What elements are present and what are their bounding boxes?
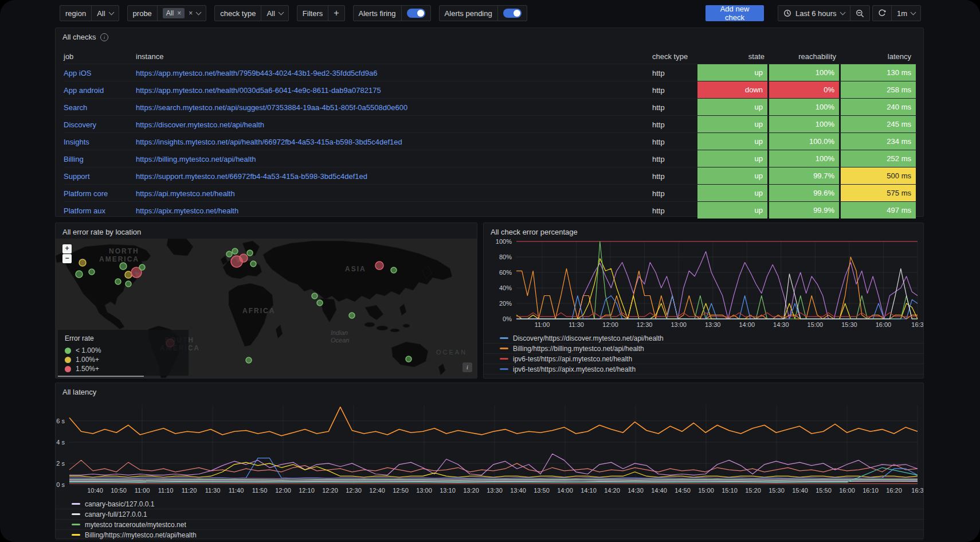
job-link[interactable]: Search	[64, 103, 136, 112]
table-row: App iOShttps://app.mytestco.net/health/7…	[64, 64, 916, 81]
region-dropdown[interactable]: All	[91, 6, 118, 21]
x-axis-label: 12:20	[322, 487, 338, 494]
instance-link[interactable]: https://billing.mytestco.net/api/health	[136, 155, 652, 163]
add-filter-button[interactable]: +	[328, 6, 344, 21]
latency-chart[interactable]: 0 s2 s4 s6 s10:4010:5011:0011:1011:2011:…	[56, 383, 923, 498]
job-link[interactable]: App android	[64, 86, 136, 95]
error-percentage-chart[interactable]: 0%20%40%60%80%100%11:0011:3012:0012:3013…	[484, 223, 923, 333]
instance-link[interactable]: https://app.mytestco.net/health/7959b443…	[136, 69, 652, 77]
info-icon[interactable]: i	[100, 33, 108, 41]
job-link[interactable]: Discovery	[64, 120, 136, 129]
clock-icon	[783, 9, 791, 17]
add-new-check-button[interactable]: Add new check	[705, 5, 764, 21]
map-data-point	[246, 357, 252, 363]
column-header[interactable]: check type	[652, 52, 697, 61]
x-axis-label: 15:40	[792, 487, 808, 494]
job-link[interactable]: App iOS	[64, 69, 136, 77]
legend-label: 1.50%+	[76, 365, 99, 373]
refresh-button[interactable]	[873, 6, 891, 21]
zoom-out-button[interactable]	[850, 6, 869, 21]
instance-link[interactable]: https://discover.mytestco.net/api/health	[136, 120, 652, 129]
x-axis-label: 11:00	[135, 487, 150, 494]
x-axis-label: 14:00	[739, 321, 755, 328]
legend-item[interactable]: canary-full/127.0.0.1	[56, 509, 923, 520]
y-axis-label: 20%	[499, 300, 512, 307]
x-axis-label: 14:20	[604, 487, 620, 494]
clear-icon[interactable]: ×	[189, 10, 193, 17]
x-axis-label: 16:3	[911, 321, 923, 328]
x-axis-label: 14:30	[628, 487, 644, 494]
check-type-dropdown[interactable]: All	[261, 6, 288, 21]
job-link[interactable]: Support	[64, 172, 136, 181]
job-link[interactable]: Platform core	[64, 189, 136, 198]
legend-dash-icon	[500, 337, 508, 339]
legend-item[interactable]: Billing/https://billing.mytestco.net/api…	[484, 344, 923, 354]
alerts-pending-control: Alerts pending	[439, 5, 527, 21]
state-cell: down	[697, 81, 767, 98]
alerts-firing-toggle[interactable]	[401, 6, 430, 21]
x-axis-label: 16:00	[876, 321, 892, 328]
chip-close-icon[interactable]: ×	[177, 10, 181, 17]
refresh-icon	[878, 9, 886, 17]
x-axis-label: 16:10	[863, 487, 879, 494]
chevron-down-icon	[840, 9, 845, 15]
column-header[interactable]: state	[697, 52, 769, 61]
job-link[interactable]: Insights	[64, 138, 136, 146]
latency-cell: 497 ms	[841, 202, 916, 219]
series-canary-basic/127.0.0.1	[69, 480, 918, 481]
instance-link[interactable]: https://apix.mytestco.net/health	[136, 206, 652, 215]
legend-item[interactable]: ipv6-test/https://apix.mytestco.net/heal…	[484, 364, 923, 375]
x-axis-label: 12:00	[602, 321, 618, 328]
series-canary-full/127.0.0.1	[69, 481, 918, 482]
screenshot-frame: region All probe All× × check type All F…	[0, 0, 980, 542]
x-axis-label: 11:20	[182, 487, 197, 494]
series-unlabeled-plum	[69, 454, 918, 475]
map-data-point	[115, 279, 121, 284]
column-header[interactable]: instance	[136, 52, 652, 61]
instance-link[interactable]: https://api.mytestco.net/health	[136, 189, 652, 198]
time-range-button[interactable]: Last 6 hours	[778, 6, 850, 21]
job-link[interactable]: Billing	[64, 155, 136, 163]
job-link[interactable]: Platform aux	[64, 206, 136, 215]
toolbar: region All probe All× × check type All F…	[60, 5, 527, 21]
series-unlabeled-salmon	[69, 460, 918, 471]
instance-link[interactable]: https://support.mytestco.net/66972fb4-4a…	[136, 172, 652, 181]
map-legend-item: 1.00%+	[65, 355, 189, 364]
reachability-cell: 99.6%	[769, 185, 839, 201]
legend-item[interactable]: Discovery/https://discover.mytestco.net/…	[484, 333, 923, 344]
map-attribution-button[interactable]: i	[462, 362, 472, 372]
instance-link[interactable]: https://insights.mytestco.net/api/health…	[136, 138, 652, 146]
state-cell: up	[697, 167, 767, 184]
legend-item[interactable]: Billing/https://mytestco.net/api/health	[56, 530, 923, 540]
latency-cell: 258 ms	[841, 81, 916, 98]
chart-legend: canary-basic/127.0.0.1canary-full/127.0.…	[56, 499, 923, 540]
legend-label: canary-basic/127.0.0.1	[85, 500, 154, 508]
refresh-interval-dropdown[interactable]: 1m	[891, 6, 920, 21]
x-axis-label: 12:30	[346, 487, 362, 494]
probe-chip[interactable]: All×	[163, 8, 185, 18]
instance-link[interactable]: https://app.mytestco.net/health/0030d5a6…	[136, 86, 652, 95]
legend-item[interactable]: ipv6-test/https://api.mytestco.net/healt…	[484, 354, 923, 364]
column-header[interactable]: reachability	[769, 52, 841, 61]
legend-label: Billing/https://mytestco.net/api/health	[85, 531, 197, 539]
table-row: Platform auxhttps://apix.mytestco.net/he…	[64, 201, 916, 219]
legend-item[interactable]: mytestco traceroute/mytestco.net	[56, 520, 923, 530]
map-zoom-out-button[interactable]: −	[62, 254, 72, 263]
probe-chip-value: All	[166, 9, 174, 17]
table-row: Insightshttps://insights.mytestco.net/ap…	[64, 132, 916, 150]
time-picker: Last 6 hours	[778, 5, 870, 21]
x-axis-label: 15:30	[769, 487, 785, 494]
alerts-pending-toggle[interactable]	[497, 6, 527, 21]
instance-link[interactable]: https://search.mytestco.net/api/suggest/…	[136, 103, 652, 112]
column-header[interactable]: job	[64, 52, 136, 61]
check-type-cell: http	[652, 172, 697, 181]
probe-dropdown[interactable]: All× ×	[157, 6, 206, 21]
legend-scrollbar[interactable]	[58, 376, 144, 377]
map-data-point	[125, 271, 132, 278]
map-data-point	[139, 264, 145, 270]
legend-item[interactable]: canary-basic/127.0.0.1	[56, 499, 923, 509]
column-header[interactable]: latency	[841, 52, 916, 61]
legend-dash-icon	[72, 513, 80, 515]
region-label: region	[60, 6, 91, 21]
map-zoom-in-button[interactable]: +	[62, 244, 72, 254]
